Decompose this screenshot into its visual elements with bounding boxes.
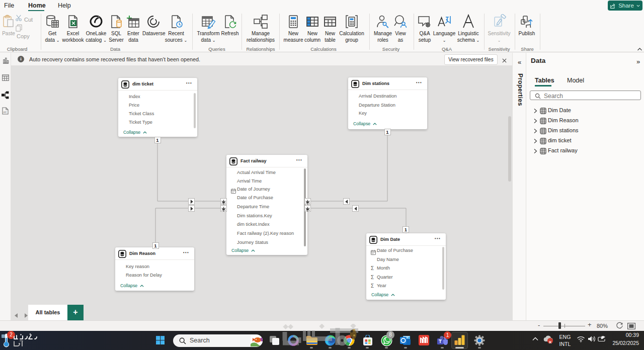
- svg-text:AX: AX: [4, 111, 7, 114]
